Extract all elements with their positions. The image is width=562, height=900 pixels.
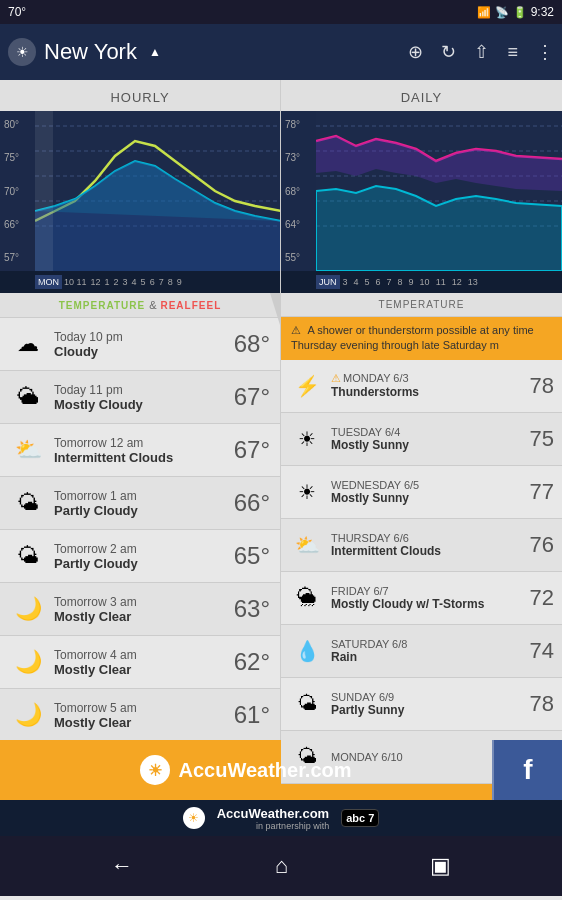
y-label-5: 57°: [4, 252, 31, 263]
daily-temperature: 77: [514, 479, 554, 505]
alert-text: A shower or thunderstorm possible at any…: [291, 324, 534, 351]
ad-text: AccuWeather.com: [178, 759, 351, 782]
daily-info: TUESDAY 6/4 Mostly Sunny: [325, 426, 514, 452]
hourly-weather-icon: ⛅: [10, 432, 46, 468]
sun-icon: ☀: [16, 44, 29, 60]
hourly-condition: Mostly Clear: [54, 662, 234, 677]
y-axis-labels: 80° 75° 70° 66° 57°: [0, 111, 35, 271]
hourly-item[interactable]: ☁ Today 10 pm Cloudy 68°: [0, 318, 280, 371]
hourly-time: Tomorrow 4 am: [54, 648, 234, 662]
hourly-weather-icon: 🌤: [10, 485, 46, 521]
legend-temperature: TEMPERATURE: [59, 300, 145, 311]
daily-item[interactable]: ⚡ ⚠MONDAY 6/3 Thunderstorms 78: [281, 360, 562, 413]
hourly-condition: Cloudy: [54, 344, 234, 359]
main-content: HOURLY 80° 75° 70° 66° 57°: [0, 80, 562, 740]
hourly-info: Today 11 pm Mostly Cloudy: [46, 383, 234, 412]
x-label-3: 3: [121, 277, 130, 287]
daily-item[interactable]: 🌦 FRIDAY 6/7 Mostly Cloudy w/ T-Storms 7…: [281, 572, 562, 625]
y-label-2: 75°: [4, 152, 31, 163]
x-label-4: 4: [130, 277, 139, 287]
hourly-item[interactable]: 🌤 Tomorrow 1 am Partly Cloudy 66°: [0, 477, 280, 530]
legend-arrow: [270, 293, 280, 325]
hourly-weather-icon: ☁: [10, 326, 46, 362]
hourly-panel: HOURLY 80° 75° 70° 66° 57°: [0, 80, 281, 740]
legend-realfeel: REALFEEL: [160, 300, 221, 311]
svg-marker-5: [35, 161, 280, 271]
hourly-weather-icon: 🌙: [10, 644, 46, 680]
accu-logo: ☀: [183, 807, 205, 829]
daily-item[interactable]: 💧 SATURDAY 6/8 Rain 74: [281, 625, 562, 678]
hourly-condition: Mostly Clear: [54, 715, 234, 730]
back-button[interactable]: ←: [111, 853, 133, 879]
hourly-legend: TEMPERATURE & REALFEEL: [0, 293, 280, 318]
hourly-temperature: 62°: [234, 648, 270, 676]
daily-info: THURSDAY 6/6 Intermittent Clouds: [325, 532, 514, 558]
legend-amp: &: [149, 299, 156, 311]
hourly-header: HOURLY: [0, 80, 280, 111]
daily-y-1: 78°: [285, 119, 312, 130]
daily-item[interactable]: ☀ WEDNESDAY 6/5 Mostly Sunny 77: [281, 466, 562, 519]
daily-item[interactable]: ☀ TUESDAY 6/4 Mostly Sunny 75: [281, 413, 562, 466]
daily-condition: Mostly Sunny: [331, 438, 514, 452]
more-icon[interactable]: ⋮: [536, 41, 554, 63]
hourly-temperature: 68°: [234, 330, 270, 358]
facebook-button[interactable]: f: [492, 740, 562, 800]
svg-marker-12: [316, 186, 562, 271]
facebook-icon: f: [523, 754, 532, 786]
daily-x-12: 12: [449, 277, 465, 287]
signal-icon: 📶: [477, 6, 491, 19]
daily-x-jun: JUN: [316, 275, 340, 289]
temperature-status: 70°: [8, 5, 26, 19]
daily-date: SUNDAY 6/9: [331, 691, 514, 703]
daily-y-axis: 78° 73° 68° 64° 55°: [281, 111, 316, 271]
daily-weather-icon: 🌤: [289, 686, 325, 722]
daily-temperature: 78: [514, 373, 554, 399]
footer-main: AccuWeather.com: [217, 806, 329, 821]
daily-x-5: 5: [362, 277, 373, 287]
y-label-3: 70°: [4, 186, 31, 197]
daily-item[interactable]: 🌤 SUNDAY 6/9 Partly Sunny 78: [281, 678, 562, 731]
daily-chart-svg: [316, 111, 562, 271]
hourly-info: Tomorrow 1 am Partly Cloudy: [46, 489, 234, 518]
settings-icon[interactable]: ≡: [507, 42, 518, 63]
hourly-time: Today 10 pm: [54, 330, 234, 344]
hourly-item[interactable]: 🌙 Tomorrow 3 am Mostly Clear 63°: [0, 583, 280, 636]
location-icon: ☀: [8, 38, 36, 66]
daily-temperature: 76: [514, 532, 554, 558]
bottom-nav: ← ⌂ ▣: [0, 836, 562, 896]
x-label-12: 12: [89, 277, 103, 287]
daily-y-3: 68°: [285, 186, 312, 197]
daily-condition: Intermittent Clouds: [331, 544, 514, 558]
abc-text: abc 7: [346, 812, 374, 824]
nav-icons: ⊕ ↻ ⇧ ≡ ⋮: [408, 41, 554, 63]
hourly-item[interactable]: 🌥 Today 11 pm Mostly Cloudy 67°: [0, 371, 280, 424]
daily-x-9: 9: [406, 277, 417, 287]
daily-date: THURSDAY 6/6: [331, 532, 514, 544]
daily-temperature: 74: [514, 638, 554, 664]
x-label-6: 6: [148, 277, 157, 287]
x-label-8: 8: [166, 277, 175, 287]
daily-item[interactable]: ⛅ THURSDAY 6/6 Intermittent Clouds 76: [281, 519, 562, 572]
hourly-item[interactable]: 🌙 Tomorrow 5 am Mostly Clear 61°: [0, 689, 280, 740]
hourly-item[interactable]: 🌤 Tomorrow 2 am Partly Cloudy 65°: [0, 530, 280, 583]
hourly-item[interactable]: 🌙 Tomorrow 4 am Mostly Clear 62°: [0, 636, 280, 689]
daily-x-13: 13: [465, 277, 481, 287]
gps-icon[interactable]: ⊕: [408, 41, 423, 63]
hourly-list: ☁ Today 10 pm Cloudy 68° 🌥 Today 11 pm M…: [0, 318, 280, 740]
hourly-time: Tomorrow 5 am: [54, 701, 234, 715]
hourly-item[interactable]: ⛅ Tomorrow 12 am Intermittent Clouds 67°: [0, 424, 280, 477]
city-name[interactable]: New York: [44, 39, 137, 65]
daily-x-6: 6: [373, 277, 384, 287]
hourly-info: Tomorrow 12 am Intermittent Clouds: [46, 436, 234, 465]
refresh-icon[interactable]: ↻: [441, 41, 456, 63]
share-icon[interactable]: ⇧: [474, 41, 489, 63]
accu-footer: ☀ AccuWeather.com in partnership with ab…: [0, 800, 562, 836]
daily-x-7: 7: [384, 277, 395, 287]
daily-date: FRIDAY 6/7: [331, 585, 514, 597]
daily-header: DAILY: [281, 80, 562, 111]
x-label-5: 5: [139, 277, 148, 287]
daily-date: WEDNESDAY 6/5: [331, 479, 514, 491]
recents-button[interactable]: ▣: [430, 853, 451, 879]
home-button[interactable]: ⌂: [275, 853, 288, 879]
hourly-weather-icon: 🌙: [10, 697, 46, 733]
